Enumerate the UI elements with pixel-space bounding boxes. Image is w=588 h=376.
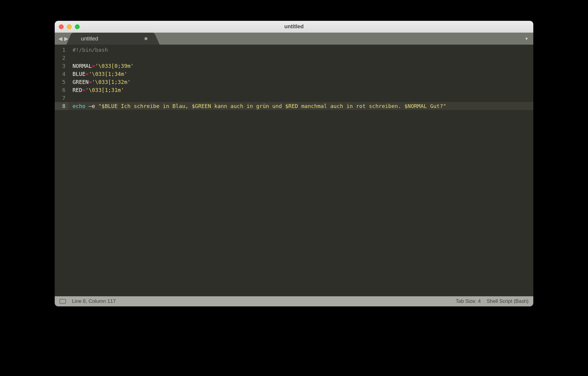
minimize-icon[interactable]	[67, 24, 72, 29]
code-line[interactable]	[68, 94, 533, 102]
traffic-lights	[59, 24, 80, 29]
code-line[interactable]: GREEN='\033[1;32m'	[68, 78, 533, 86]
nav-arrows: ◀ ▶	[58, 35, 69, 42]
code-line[interactable]	[68, 54, 533, 62]
line-number: 1	[55, 46, 68, 54]
close-icon[interactable]	[59, 24, 64, 29]
code-line[interactable]: RED='\033[1;31m'	[68, 86, 533, 94]
editor-window: untitled ◀ ▶ untitled ▼ 12345678 #!/bin/…	[55, 21, 533, 306]
line-number: 2	[55, 54, 68, 62]
code-line[interactable]: NORMAL='\033[0;39m'	[68, 62, 533, 70]
line-number: 7	[55, 94, 68, 102]
statusbar: Line 8, Column 117 Tab Size: 4 Shell Scr…	[55, 296, 533, 306]
nav-back-icon[interactable]: ◀	[58, 35, 63, 42]
tabbar: ◀ ▶ untitled ▼	[55, 33, 533, 45]
line-gutter: 12345678	[55, 45, 68, 296]
status-tabsize[interactable]: Tab Size: 4	[456, 298, 481, 304]
line-number: 4	[55, 70, 68, 78]
window-title: untitled	[284, 23, 304, 30]
code-content[interactable]: #!/bin/bashNORMAL='\033[0;39m'BLUE='\033…	[68, 45, 533, 296]
zoom-icon[interactable]	[75, 24, 80, 29]
panel-toggle-icon[interactable]	[59, 299, 66, 304]
tab-active[interactable]: untitled	[74, 33, 152, 45]
line-number: 3	[55, 62, 68, 70]
tab-label: untitled	[81, 36, 98, 42]
titlebar[interactable]: untitled	[55, 21, 533, 33]
tab-dirty-indicator-icon[interactable]	[144, 37, 147, 40]
code-line[interactable]: BLUE='\033[1;34m'	[68, 70, 533, 78]
line-number: 5	[55, 78, 68, 86]
code-line[interactable]: #!/bin/bash	[68, 46, 533, 54]
status-position[interactable]: Line 8, Column 117	[72, 298, 116, 304]
tabs-dropdown-icon[interactable]: ▼	[524, 36, 529, 41]
status-syntax[interactable]: Shell Script (Bash)	[487, 298, 529, 304]
editor-area[interactable]: 12345678 #!/bin/bashNORMAL='\033[0;39m'B…	[55, 45, 533, 296]
line-number: 6	[55, 86, 68, 94]
code-line[interactable]: echo –e "$BLUE Ich schreibe in Blau, $GR…	[68, 102, 533, 110]
line-number: 8	[55, 102, 68, 110]
